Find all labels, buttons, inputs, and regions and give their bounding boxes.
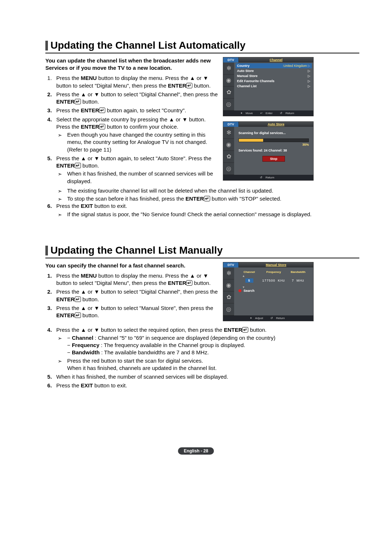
section1-text: You can update the channel list when the… xyxy=(45,57,218,186)
misc-icon: ◎ xyxy=(223,303,234,315)
section2-steps-wide: Press the ▲ or ▼ button to select the re… xyxy=(45,326,359,390)
step: Press the MENU button to display the men… xyxy=(53,74,218,89)
col-bandwidth: Bandwidth xyxy=(286,270,310,274)
step: Press the EXIT button to exit. xyxy=(53,382,359,389)
adjust-hint: ✦ Adjust xyxy=(250,317,265,320)
return-hint: ↺ Return xyxy=(260,176,276,179)
val-frequency: 177500 KHz xyxy=(261,279,286,282)
osd1-menu: Country:United Kingdom ▷Auto Store▷Manua… xyxy=(234,63,313,110)
tool-icon: ◉ xyxy=(223,74,234,86)
section2-steps-narrow: Press the MENU button to display the men… xyxy=(45,272,218,319)
val-channel[interactable]: 5 xyxy=(237,278,261,283)
osd3-body: Channel Frequency Bandwidth ▲ 5 177500 K… xyxy=(234,267,313,315)
chevron-up-icon: ▲ xyxy=(236,274,312,278)
pointer-icon: ➣ xyxy=(58,132,64,154)
step: Press the ▲ or ▼ button to select "Digit… xyxy=(53,91,218,106)
osd1-tab: Channel xyxy=(238,57,313,63)
osd-manual-store: DTV Manual Store ✻ ◉ ✿ ◎ Channel Frequen… xyxy=(223,262,314,321)
pointer-icon: ➣ xyxy=(58,335,64,357)
osd2-tab: Auto Store xyxy=(238,122,313,127)
menu-item[interactable]: Channel List▷ xyxy=(236,84,312,89)
section2-screenshots: DTV Manual Store ✻ ◉ ✿ ◎ Channel Frequen… xyxy=(223,262,314,326)
osd2-body: Scanning for digital services... 35% Ser… xyxy=(234,127,313,175)
search-label: Search xyxy=(244,289,254,293)
step: Press the ▲ or ▼ button to select "Manua… xyxy=(53,305,218,319)
note: ➣Even though you have changed the countr… xyxy=(58,131,218,153)
enter-hint: ↵ Enter xyxy=(260,112,275,115)
osd2-footer: ↺ Return xyxy=(223,175,313,180)
scan-status: Scanning for digital services... xyxy=(238,131,309,135)
section2-body: You can specify the channel for a fast c… xyxy=(45,262,359,326)
section1-screenshots: DTV Channel ✻ ◉ ✿ ◎ Country:United Kingd… xyxy=(223,57,314,186)
move-hint: ✦ Move xyxy=(240,112,255,115)
osd3-tab: Manual Store xyxy=(238,262,313,267)
step: When it has finished, the number of scan… xyxy=(53,373,359,380)
globe-icon: ✻ xyxy=(223,63,234,74)
col-frequency: Frequency xyxy=(261,270,286,274)
section2-lead: You can specify the channel for a fast c… xyxy=(45,262,218,269)
services-found: Services found: 24 Channel: 38 xyxy=(238,149,309,152)
menu-item[interactable]: Auto Store▷ xyxy=(236,68,312,73)
tool-icon: ◉ xyxy=(223,139,234,151)
osd-channel-menu: DTV Channel ✻ ◉ ✿ ◎ Country:United Kingd… xyxy=(223,57,314,116)
tool-icon: ◉ xyxy=(223,279,234,291)
pointer-icon: ➣ xyxy=(58,188,64,195)
pointer-icon: ➣ xyxy=(58,171,64,186)
step: Press the MENU button to display the men… xyxy=(53,272,218,287)
progress-fill xyxy=(239,139,263,142)
note: ➣The existing favourite channel list wil… xyxy=(58,187,359,194)
osd-sidebar: ✻ ◉ ✿ ◎ xyxy=(223,63,234,110)
search-row[interactable]: Search xyxy=(236,289,312,295)
note: ➣− Channel : Channel "5" to "69" in sequ… xyxy=(58,334,359,356)
osd2-dtv: DTV xyxy=(223,122,238,127)
menu-item[interactable]: Edit Favourite Channels▷ xyxy=(236,78,312,84)
section1-body: You can update the channel list when the… xyxy=(45,57,359,186)
osd-auto-store: DTV Auto Store ✻ ◉ ✿ ◎ Scanning for digi… xyxy=(223,121,314,181)
progress-bar xyxy=(238,138,309,142)
section1-title: Updating the Channel List Automatically xyxy=(45,40,359,53)
misc-icon: ◎ xyxy=(223,98,234,110)
section2-text: You can specify the channel for a fast c… xyxy=(45,262,218,326)
page-number: English - 28 xyxy=(178,447,214,455)
section1-steps-narrow: Press the MENU button to display the men… xyxy=(45,74,218,185)
step: Press the ENTER↵ button again, to select… xyxy=(53,107,218,114)
gear-icon: ✿ xyxy=(223,86,234,98)
misc-icon: ◎ xyxy=(223,163,234,175)
manual-page: Updating the Channel List Automatically … xyxy=(0,0,392,540)
section1-steps-wide: Press the EXIT button to exit.➣If the si… xyxy=(45,202,359,218)
osd1-dtv: DTV xyxy=(223,57,238,63)
step: Select the appropriate country by pressi… xyxy=(53,116,218,153)
chevron-down-icon: ▼ xyxy=(236,286,312,289)
stop-button[interactable]: Stop xyxy=(262,156,285,162)
note: ➣If the signal status is poor, the "No S… xyxy=(58,211,359,218)
osd-sidebar: ✻ ◉ ✿ ◎ xyxy=(223,127,234,175)
globe-icon: ✻ xyxy=(223,127,234,139)
menu-item[interactable]: Country:United Kingdom ▷ xyxy=(236,63,312,68)
col-channel: Channel xyxy=(237,270,261,274)
osd3-dtv: DTV xyxy=(223,262,238,267)
osd-sidebar: ✻ ◉ ✿ ◎ xyxy=(223,267,234,315)
pointer-icon: ➣ xyxy=(58,358,64,373)
section2-title: Updating the Channel List Manually xyxy=(45,245,359,258)
step: Press the ▲ or ▼ button again, to select… xyxy=(53,155,218,185)
gear-icon: ✿ xyxy=(223,291,234,303)
note: ➣Press the red button to start the scan … xyxy=(58,357,359,372)
return-hint: ↺ Return xyxy=(270,317,287,320)
val-bandwidth: 7 MHz xyxy=(286,279,310,282)
osd1-footer: ✦ Move ↵ Enter ↺ Return xyxy=(223,110,313,116)
section1-lead: You can update the channel list when the… xyxy=(45,57,218,72)
osd3-footer: ✦ Adjust ↺ Return xyxy=(223,315,313,321)
pointer-icon: ➣ xyxy=(58,211,64,219)
return-hint: ↺ Return xyxy=(280,112,296,115)
pointer-icon: ➣ xyxy=(58,196,64,203)
step: Press the EXIT button to exit.➣If the si… xyxy=(53,202,359,218)
progress-pct: 35% xyxy=(238,143,309,146)
note: ➣When it has finished, the number of sca… xyxy=(58,170,218,185)
globe-icon: ✻ xyxy=(223,267,234,279)
menu-item[interactable]: Manual Store▷ xyxy=(236,73,312,78)
gear-icon: ✿ xyxy=(223,151,234,163)
step: Press the ▲ or ▼ button to select the re… xyxy=(53,326,359,372)
note: ➣To stop the scan before it has finished… xyxy=(58,195,359,202)
step: Press the ▲ or ▼ button to select "Digit… xyxy=(53,288,218,303)
red-dot-icon xyxy=(238,289,241,292)
